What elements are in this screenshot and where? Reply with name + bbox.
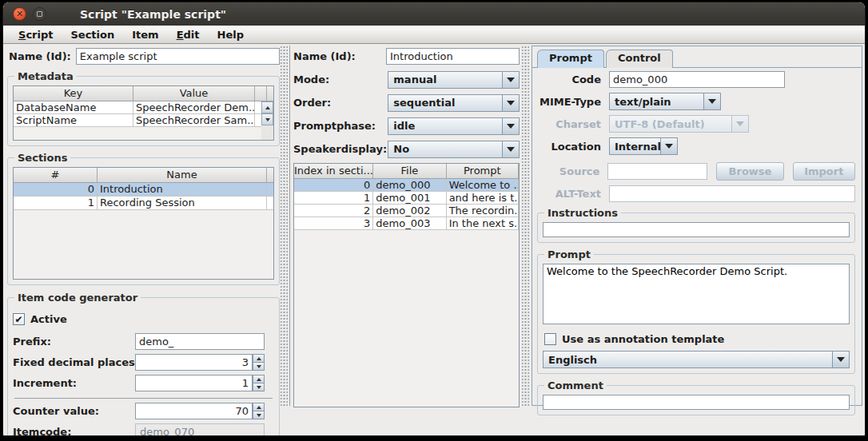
menu-bar: Script Section Item Edit Help	[3, 26, 865, 44]
window-title: Script "Example script"	[80, 8, 226, 21]
spinner-down-icon[interactable]	[253, 411, 265, 419]
section-name-input[interactable]	[386, 48, 520, 65]
menu-section[interactable]: Section	[63, 27, 121, 42]
code-label: Code	[537, 74, 601, 85]
sections-title: Sections	[14, 152, 70, 164]
split-divider[interactable]	[522, 46, 529, 406]
order-select[interactable]: sequential	[388, 94, 520, 112]
chevron-down-icon	[703, 93, 720, 109]
item-code-generator-title: Item code generator	[14, 292, 141, 304]
comment-input[interactable]	[543, 395, 850, 410]
chevron-down-icon	[660, 138, 677, 154]
counter-value-label: Counter value:	[13, 405, 135, 417]
location-select[interactable]: Internal	[609, 137, 678, 155]
itemcode-value: demo_070	[135, 423, 265, 436]
metadata-title: Metadata	[14, 70, 77, 82]
item-row-2[interactable]: 2 demo_002 The recordin...	[294, 205, 519, 217]
chevron-down-icon	[502, 95, 519, 111]
items-table[interactable]: Index in secti... File Prompt 0 demo_000…	[293, 163, 520, 407]
increment-label: Increment:	[13, 377, 135, 389]
title-bar: ✕ Script "Example script"	[3, 2, 865, 26]
browse-button: Browse	[716, 162, 783, 181]
script-panel: Name (Id): Metadata Key Value DatabaseNa…	[7, 46, 280, 405]
menu-item[interactable]: Item	[125, 27, 165, 42]
spinner-down-icon[interactable]	[253, 383, 265, 391]
alt-text-input	[609, 185, 855, 202]
order-label: Order:	[293, 97, 388, 109]
mime-type-select[interactable]: text/plain	[609, 93, 721, 110]
mode-select[interactable]: manual	[388, 71, 520, 89]
fixed-decimal-places-label: Fixed decimal places:	[13, 356, 135, 368]
metadata-col-key[interactable]: Key	[14, 86, 133, 101]
code-input[interactable]	[609, 71, 785, 88]
item-code-generator-group: Item code generator Active Prefix: Fixed…	[7, 292, 280, 436]
menu-edit[interactable]: Edit	[169, 27, 207, 42]
tab-control[interactable]: Control	[606, 50, 673, 68]
comment-title: Comment	[544, 379, 607, 391]
fixed-decimal-places-input[interactable]	[135, 354, 253, 371]
source-label: Source	[537, 165, 599, 177]
prompt-title: Prompt	[544, 248, 594, 260]
prompt-group: Prompt Welcome to the SpeechRecorder Dem…	[537, 248, 855, 374]
instructions-title: Instructions	[544, 207, 621, 219]
prefix-label: Prefix:	[13, 336, 135, 348]
script-name-label: Name (Id):	[9, 50, 71, 62]
tab-prompt[interactable]: Prompt	[537, 50, 604, 68]
menu-script[interactable]: Script	[11, 27, 60, 42]
item-row-3[interactable]: 3 demo_003 In the next s...	[294, 217, 519, 230]
chevron-down-icon	[502, 118, 519, 134]
chevron-down-icon	[502, 141, 519, 157]
speakerdisplay-select[interactable]: No	[388, 141, 520, 158]
charset-select: UTF-8 (Default)	[609, 115, 749, 133]
sections-col-name[interactable]: Name	[98, 168, 267, 182]
speakerdisplay-label: Speakerdisplay:	[293, 143, 388, 155]
annotation-template-checkbox[interactable]	[544, 333, 556, 345]
scroll-down-icon[interactable]	[261, 113, 273, 125]
close-icon[interactable]: ✕	[13, 7, 26, 21]
items-col-prompt[interactable]: Prompt	[447, 164, 519, 178]
prompt-text-area[interactable]: Welcome to the SpeechRecorder Demo Scrip…	[543, 264, 850, 324]
active-label: Active	[30, 313, 153, 325]
item-row-0[interactable]: 0 demo_000 Welcome to ...	[294, 179, 519, 192]
instructions-group: Instructions	[537, 207, 855, 243]
instructions-input[interactable]	[543, 222, 850, 237]
increment-input[interactable]	[135, 375, 253, 391]
metadata-table[interactable]: Key Value DatabaseName SpeechRecorder De…	[13, 85, 274, 141]
script-dialog-window: ✕ Script "Example script" Script Section…	[2, 2, 866, 436]
comment-group: Comment	[537, 379, 855, 415]
item-row-1[interactable]: 1 demo_001 and here is t...	[294, 192, 519, 205]
scroll-up-icon[interactable]	[261, 101, 273, 113]
sections-table[interactable]: # Name 0 Introduction 1 Recording Sessio…	[13, 167, 274, 280]
spinner-down-icon[interactable]	[253, 363, 265, 371]
items-col-index[interactable]: Index in secti...	[294, 164, 373, 178]
language-select[interactable]: Englisch	[543, 351, 850, 368]
spinner-up-icon[interactable]	[253, 354, 265, 363]
mode-label: Mode:	[293, 74, 388, 85]
import-button: Import	[793, 162, 855, 181]
section-row-introduction[interactable]: 0 Introduction	[14, 183, 273, 197]
menu-help[interactable]: Help	[210, 27, 251, 42]
metadata-col-value[interactable]: Value	[133, 86, 255, 101]
split-divider[interactable]	[281, 46, 288, 406]
mime-type-label: MIME-Type	[537, 96, 601, 108]
metadata-scrollbar[interactable]	[261, 101, 273, 140]
spinner-up-icon[interactable]	[253, 375, 265, 383]
annotation-template-label: Use as annotation template	[562, 333, 724, 345]
promptphase-select[interactable]: idle	[388, 117, 520, 135]
table-row[interactable]: ScriptName SpeechRecorder Sam...	[14, 114, 261, 127]
script-name-input[interactable]	[76, 48, 280, 65]
itemcode-label: Itemcode:	[13, 426, 135, 436]
alt-text-label: ALT-Text	[537, 188, 601, 200]
location-label: Location	[537, 141, 601, 153]
items-col-file[interactable]: File	[373, 164, 446, 178]
sections-col-num[interactable]: #	[14, 168, 98, 182]
prefix-input[interactable]	[135, 333, 265, 350]
generator-separator	[14, 398, 273, 399]
counter-value-input[interactable]	[135, 403, 253, 419]
maximize-icon[interactable]	[33, 7, 46, 21]
section-row-recording-session[interactable]: 1 Recording Session	[14, 197, 273, 210]
active-checkbox[interactable]	[13, 313, 25, 325]
chevron-down-icon	[502, 72, 519, 88]
spinner-up-icon[interactable]	[253, 403, 265, 411]
table-row[interactable]: DatabaseName SpeechRecorder Dem...	[14, 101, 261, 114]
